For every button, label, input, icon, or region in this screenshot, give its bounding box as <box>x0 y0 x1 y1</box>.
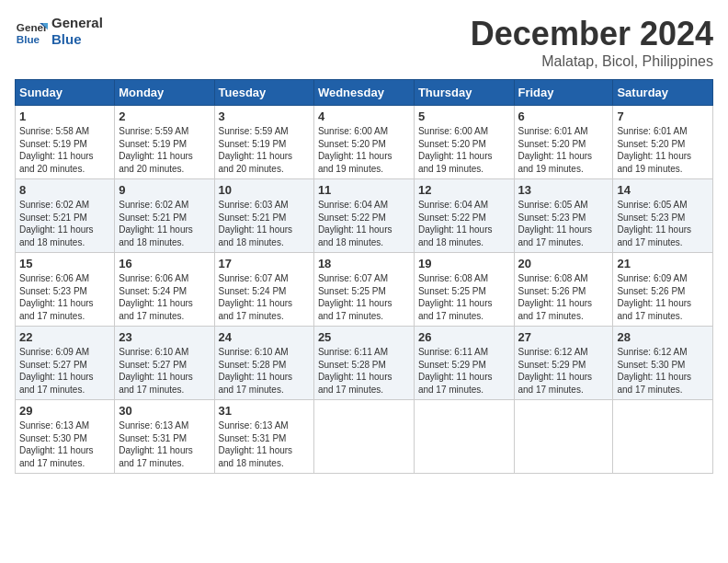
week-row-2: 15Sunrise: 6:06 AM Sunset: 5:23 PM Dayli… <box>16 253 713 327</box>
day-cell: 16Sunrise: 6:06 AM Sunset: 5:24 PM Dayli… <box>115 253 214 327</box>
day-number: 4 <box>318 109 410 123</box>
day-cell: 10Sunrise: 6:03 AM Sunset: 5:21 PM Dayli… <box>214 179 313 253</box>
day-cell: 26Sunrise: 6:11 AM Sunset: 5:29 PM Dayli… <box>414 327 514 400</box>
col-wednesday: Wednesday <box>313 80 414 106</box>
day-number: 1 <box>19 109 110 123</box>
day-number: 9 <box>119 183 210 197</box>
day-number: 7 <box>617 109 709 123</box>
day-number: 20 <box>518 257 609 270</box>
location-title: Malatap, Bicol, Philippines <box>471 53 713 70</box>
day-cell: 23Sunrise: 6:10 AM Sunset: 5:27 PM Dayli… <box>115 327 214 400</box>
title-area: December 2024 Malatap, Bicol, Philippine… <box>471 15 713 70</box>
day-info: Sunrise: 6:01 AM Sunset: 5:20 PM Dayligh… <box>518 125 609 175</box>
day-info: Sunrise: 6:10 AM Sunset: 5:28 PM Dayligh… <box>219 346 310 396</box>
page-header: General Blue General Blue December 2024 … <box>15 15 713 70</box>
day-info: Sunrise: 6:05 AM Sunset: 5:23 PM Dayligh… <box>617 199 709 248</box>
day-cell: 2Sunrise: 5:59 AM Sunset: 5:19 PM Daylig… <box>115 106 214 179</box>
day-info: Sunrise: 6:04 AM Sunset: 5:22 PM Dayligh… <box>418 199 510 248</box>
logo: General Blue General Blue <box>15 15 103 48</box>
day-info: Sunrise: 6:11 AM Sunset: 5:29 PM Dayligh… <box>418 346 510 396</box>
day-number: 3 <box>219 109 310 123</box>
day-info: Sunrise: 6:10 AM Sunset: 5:27 PM Dayligh… <box>119 346 210 396</box>
day-cell: 22Sunrise: 6:09 AM Sunset: 5:27 PM Dayli… <box>16 327 115 400</box>
day-info: Sunrise: 6:06 AM Sunset: 5:24 PM Dayligh… <box>119 272 210 322</box>
day-cell: 25Sunrise: 6:11 AM Sunset: 5:28 PM Dayli… <box>313 327 414 400</box>
day-number: 10 <box>219 183 310 197</box>
day-number: 6 <box>518 109 609 123</box>
day-number: 22 <box>19 330 110 344</box>
day-info: Sunrise: 6:02 AM Sunset: 5:21 PM Dayligh… <box>119 199 210 248</box>
day-info: Sunrise: 6:08 AM Sunset: 5:25 PM Dayligh… <box>418 272 510 322</box>
day-cell: 27Sunrise: 6:12 AM Sunset: 5:29 PM Dayli… <box>514 327 613 400</box>
day-cell: 30Sunrise: 6:13 AM Sunset: 5:31 PM Dayli… <box>115 400 214 474</box>
month-title: December 2024 <box>471 15 713 53</box>
day-info: Sunrise: 6:13 AM Sunset: 5:30 PM Dayligh… <box>19 419 110 469</box>
day-cell: 20Sunrise: 6:08 AM Sunset: 5:26 PM Dayli… <box>514 253 613 327</box>
day-info: Sunrise: 5:59 AM Sunset: 5:19 PM Dayligh… <box>219 125 310 175</box>
day-number: 28 <box>617 330 709 344</box>
day-info: Sunrise: 6:07 AM Sunset: 5:24 PM Dayligh… <box>219 272 310 322</box>
day-cell: 6Sunrise: 6:01 AM Sunset: 5:20 PM Daylig… <box>514 106 613 179</box>
day-info: Sunrise: 6:02 AM Sunset: 5:21 PM Dayligh… <box>19 199 110 248</box>
day-cell: 3Sunrise: 5:59 AM Sunset: 5:19 PM Daylig… <box>214 106 313 179</box>
day-number: 5 <box>418 109 510 123</box>
day-cell: 18Sunrise: 6:07 AM Sunset: 5:25 PM Dayli… <box>313 253 414 327</box>
col-saturday: Saturday <box>613 80 713 106</box>
col-friday: Friday <box>514 80 613 106</box>
day-cell: 31Sunrise: 6:13 AM Sunset: 5:31 PM Dayli… <box>214 400 313 474</box>
day-cell: 24Sunrise: 6:10 AM Sunset: 5:28 PM Dayli… <box>214 327 313 400</box>
day-number: 25 <box>318 330 410 344</box>
day-number: 12 <box>418 183 510 197</box>
day-info: Sunrise: 5:59 AM Sunset: 5:19 PM Dayligh… <box>119 125 210 175</box>
day-info: Sunrise: 6:06 AM Sunset: 5:23 PM Dayligh… <box>19 272 110 322</box>
day-info: Sunrise: 6:12 AM Sunset: 5:30 PM Dayligh… <box>617 346 709 396</box>
day-cell: 12Sunrise: 6:04 AM Sunset: 5:22 PM Dayli… <box>414 179 514 253</box>
day-cell: 1Sunrise: 5:58 AM Sunset: 5:19 PM Daylig… <box>16 106 115 179</box>
day-number: 11 <box>318 183 410 197</box>
week-row-4: 29Sunrise: 6:13 AM Sunset: 5:30 PM Dayli… <box>16 400 713 474</box>
day-number: 14 <box>617 183 709 197</box>
day-number: 21 <box>617 257 709 270</box>
day-number: 18 <box>318 257 410 270</box>
day-number: 8 <box>19 183 110 197</box>
day-info: Sunrise: 6:03 AM Sunset: 5:21 PM Dayligh… <box>219 199 310 248</box>
day-info: Sunrise: 6:07 AM Sunset: 5:25 PM Dayligh… <box>318 272 410 322</box>
day-info: Sunrise: 6:05 AM Sunset: 5:23 PM Dayligh… <box>518 199 609 248</box>
day-cell <box>414 400 514 474</box>
day-cell: 13Sunrise: 6:05 AM Sunset: 5:23 PM Dayli… <box>514 179 613 253</box>
logo-icon: General Blue <box>15 15 48 48</box>
header-row: Sunday Monday Tuesday Wednesday Thursday… <box>16 80 713 106</box>
week-row-0: 1Sunrise: 5:58 AM Sunset: 5:19 PM Daylig… <box>16 106 713 179</box>
day-info: Sunrise: 6:13 AM Sunset: 5:31 PM Dayligh… <box>219 419 310 469</box>
calendar-table: Sunday Monday Tuesday Wednesday Thursday… <box>15 79 713 474</box>
day-number: 13 <box>518 183 609 197</box>
day-cell <box>514 400 613 474</box>
day-cell <box>613 400 713 474</box>
day-info: Sunrise: 6:13 AM Sunset: 5:31 PM Dayligh… <box>119 419 210 469</box>
day-cell: 17Sunrise: 6:07 AM Sunset: 5:24 PM Dayli… <box>214 253 313 327</box>
day-info: Sunrise: 6:12 AM Sunset: 5:29 PM Dayligh… <box>518 346 609 396</box>
logo-text: General Blue <box>51 15 103 48</box>
day-cell: 15Sunrise: 6:06 AM Sunset: 5:23 PM Dayli… <box>16 253 115 327</box>
svg-text:General: General <box>17 21 48 33</box>
day-info: Sunrise: 6:11 AM Sunset: 5:28 PM Dayligh… <box>318 346 410 396</box>
week-row-3: 22Sunrise: 6:09 AM Sunset: 5:27 PM Dayli… <box>16 327 713 400</box>
col-thursday: Thursday <box>414 80 514 106</box>
day-info: Sunrise: 6:04 AM Sunset: 5:22 PM Dayligh… <box>318 199 410 248</box>
day-number: 26 <box>418 330 510 344</box>
col-monday: Monday <box>115 80 214 106</box>
day-number: 30 <box>119 404 210 418</box>
col-sunday: Sunday <box>16 80 115 106</box>
day-number: 19 <box>418 257 510 270</box>
day-cell: 14Sunrise: 6:05 AM Sunset: 5:23 PM Dayli… <box>613 179 713 253</box>
day-number: 2 <box>119 109 210 123</box>
day-cell: 21Sunrise: 6:09 AM Sunset: 5:26 PM Dayli… <box>613 253 713 327</box>
day-number: 31 <box>219 404 310 418</box>
day-info: Sunrise: 6:00 AM Sunset: 5:20 PM Dayligh… <box>318 125 410 175</box>
day-number: 27 <box>518 330 609 344</box>
day-info: Sunrise: 6:00 AM Sunset: 5:20 PM Dayligh… <box>418 125 510 175</box>
day-info: Sunrise: 6:01 AM Sunset: 5:20 PM Dayligh… <box>617 125 709 175</box>
day-number: 16 <box>119 257 210 270</box>
day-cell <box>313 400 414 474</box>
day-number: 23 <box>119 330 210 344</box>
